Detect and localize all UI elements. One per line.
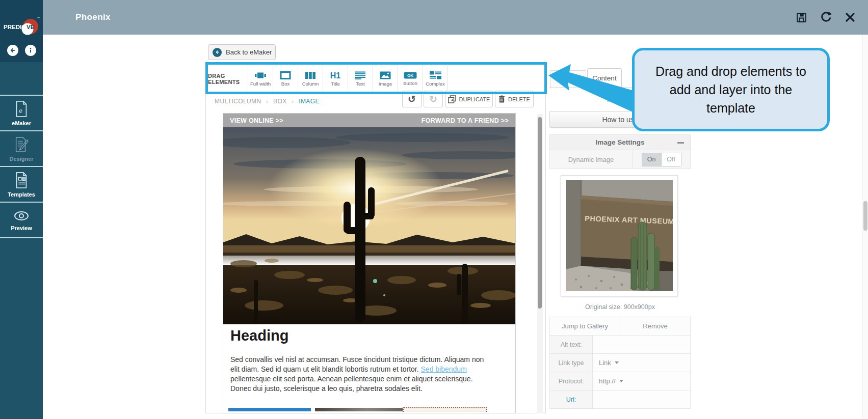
toggle-off-button[interactable]: Off xyxy=(662,153,681,166)
duplicate-button[interactable]: DUPLICATE xyxy=(445,91,493,107)
email-hero-image[interactable] xyxy=(223,127,515,324)
protocol-label: Protocol: xyxy=(550,372,593,390)
app-title: Phoenix xyxy=(75,12,111,22)
svg-text:PREDICT: PREDICT xyxy=(4,24,29,30)
duplicate-icon xyxy=(448,95,456,103)
url-row: Url: xyxy=(549,390,691,409)
refresh-icon[interactable] xyxy=(819,11,832,24)
page-scrollbar-thumb[interactable] xyxy=(863,201,867,231)
window-actions xyxy=(795,11,857,24)
body-inline-link[interactable]: Sed bibendum xyxy=(421,365,467,373)
alt-text-row: Alt text: xyxy=(549,336,691,354)
image-thumbnail[interactable]: PHOENIX ART MUSEUM xyxy=(561,175,678,296)
alt-text-input[interactable] xyxy=(593,336,690,353)
email-header-bar: VIEW ONLINE >> FORWARD TO A FRIEND >> xyxy=(223,114,515,127)
dynamic-image-label: Dynamic image xyxy=(550,150,633,169)
link-type-dropdown[interactable]: Link xyxy=(593,354,690,372)
sidebar-item-emaker[interactable]: e eMaker xyxy=(0,95,43,130)
link-type-row: Link type Link xyxy=(549,354,691,372)
original-size-caption: Original size: 900x900px xyxy=(549,303,691,311)
back-to-emaker-button[interactable]: Back to eMaker xyxy=(208,44,276,60)
url-label: Url: xyxy=(550,390,593,408)
box-icon xyxy=(280,71,291,79)
email-image-block-edge[interactable] xyxy=(315,408,403,411)
text-lines-icon xyxy=(355,71,366,79)
sidebar-back-button[interactable] xyxy=(7,45,18,56)
body-text: pellentesque elit sed porta. Aenean pell… xyxy=(230,375,473,393)
page-scrollbar xyxy=(862,35,868,419)
svg-text:VE: VE xyxy=(27,24,35,30)
email-divider-block[interactable] xyxy=(228,408,311,411)
element-button[interactable]: OK Button xyxy=(398,66,423,92)
column-icon xyxy=(305,71,316,79)
protocol-row: Protocol: http:// xyxy=(549,372,691,390)
title-h1-icon: H1 xyxy=(330,72,340,79)
gallery-actions-row: Jump to Gallery Remove xyxy=(549,317,691,336)
designer-document-icon xyxy=(13,136,30,153)
forward-to-friend-link[interactable]: FORWARD TO A FRIEND >> xyxy=(422,117,509,124)
dynamic-image-toggle: On Off xyxy=(633,150,690,169)
alt-text-label: Alt text: xyxy=(550,336,593,353)
tutorial-callout: Drag and drop elements to add and layer … xyxy=(632,48,830,131)
breadcrumb-box[interactable]: BOX xyxy=(273,98,287,105)
element-full-width[interactable]: Full width xyxy=(248,66,273,92)
jump-to-gallery-button[interactable]: Jump to Gallery xyxy=(550,317,620,335)
svg-text:OK: OK xyxy=(407,73,413,78)
breadcrumb-image[interactable]: IMAGE xyxy=(299,98,320,105)
redo-button[interactable]: ↻ xyxy=(424,91,443,107)
sidebar-info-button[interactable] xyxy=(25,45,36,56)
breadcrumb-multicolumn[interactable]: MULTICOLUMN xyxy=(215,98,261,105)
trash-icon xyxy=(498,95,505,103)
element-column[interactable]: Column xyxy=(298,66,323,92)
trademark-symbol: ™ xyxy=(37,16,40,19)
email-text-block[interactable]: Sed convallis vel nisl at accumsan. Fusc… xyxy=(230,355,492,394)
sidebar-item-templates[interactable]: Templates xyxy=(0,166,43,202)
sidebar-nav: e eMaker Designer Templates Preview xyxy=(0,62,43,419)
chevron-right-icon: › xyxy=(266,98,268,104)
tab-defaults[interactable]: Defaults xyxy=(550,70,586,88)
breadcrumb: MULTICOLUMN › BOX › IMAGE xyxy=(215,98,320,105)
arrow-left-icon xyxy=(213,48,222,57)
element-complex[interactable]: Complex xyxy=(423,66,448,92)
image-settings-header[interactable]: Image Settings xyxy=(549,134,691,150)
phoenix-art-museum-photo: PHOENIX ART MUSEUM xyxy=(566,180,673,291)
delete-button[interactable]: DELETE xyxy=(495,91,534,107)
emaker-document-icon: e xyxy=(13,100,30,118)
sidebar-item-designer[interactable]: Designer xyxy=(0,130,43,166)
toggle-on-button[interactable]: On xyxy=(642,153,662,166)
element-box[interactable]: Box xyxy=(273,66,298,92)
element-image[interactable]: Image xyxy=(373,66,398,92)
element-title[interactable]: H1 Title xyxy=(323,66,348,92)
dynamic-image-row: Dynamic image On Off xyxy=(549,150,691,169)
save-icon[interactable] xyxy=(795,11,808,24)
undo-button[interactable]: ↺ xyxy=(402,91,422,107)
canvas-scrollbar xyxy=(537,114,543,413)
info-icon xyxy=(27,47,34,54)
canvas-scrollbar-thumb[interactable] xyxy=(538,117,542,309)
url-input[interactable] xyxy=(593,390,690,408)
caret-down-icon xyxy=(615,361,619,364)
email-canvas: VIEW ONLINE >> FORWARD TO A FRIEND >> xyxy=(223,113,516,413)
templates-document-icon xyxy=(13,172,30,189)
tab-content[interactable]: Content xyxy=(587,68,622,88)
image-icon xyxy=(380,71,391,79)
callout-text: Drag and drop elements to add and layer … xyxy=(647,62,815,117)
element-text[interactable]: Text xyxy=(348,66,373,92)
nav-spacer xyxy=(0,62,43,95)
view-online-link[interactable]: VIEW ONLINE >> xyxy=(230,117,283,124)
protocol-dropdown[interactable]: http:// xyxy=(593,372,690,390)
remove-image-button[interactable]: Remove xyxy=(620,317,690,335)
svg-text:e: e xyxy=(19,106,22,114)
redo-icon: ↻ xyxy=(429,94,437,104)
chevron-right-icon: › xyxy=(292,98,294,104)
complex-layout-icon xyxy=(430,71,441,79)
sidebar: PREDICT VE ™ e eMaker Designer Templates… xyxy=(0,0,43,419)
caret-down-icon xyxy=(619,380,623,382)
undo-icon: ↺ xyxy=(408,94,416,104)
collapse-minus-icon[interactable] xyxy=(677,142,684,144)
close-icon[interactable] xyxy=(844,11,857,24)
sidebar-item-preview[interactable]: Preview xyxy=(0,202,43,237)
email-placeholder-block[interactable] xyxy=(403,407,487,412)
email-heading-block[interactable]: Heading xyxy=(230,327,288,344)
drag-elements-label: DRAG ELEMENTS xyxy=(208,66,248,92)
